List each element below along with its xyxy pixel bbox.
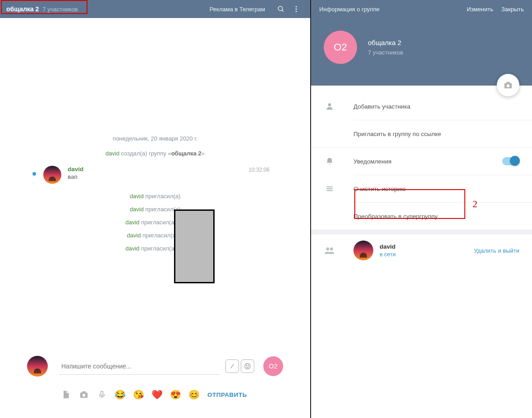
message-input[interactable]: [60, 358, 220, 375]
notifications-row[interactable]: Уведомления: [311, 148, 532, 175]
svg-point-0: [278, 6, 283, 11]
bell-icon: [324, 157, 335, 166]
svg-point-4: [296, 11, 297, 12]
svg-line-5: [231, 364, 234, 368]
svg-point-2: [296, 6, 297, 7]
info-pane: Информация о группе Изменить Закрыть О2 …: [311, 0, 532, 418]
edit-button[interactable]: Изменить: [467, 6, 493, 13]
svg-rect-11: [82, 391, 85, 393]
group-name: общалка 2: [368, 39, 403, 46]
svg-point-14: [507, 84, 509, 87]
svg-point-16: [328, 103, 331, 106]
search-icon[interactable]: [273, 1, 289, 17]
more-icon[interactable]: [289, 1, 304, 17]
svg-line-1: [282, 10, 284, 12]
emoji-heart-icon[interactable]: ❤️: [151, 389, 163, 400]
redacted-overlay: [174, 209, 215, 283]
composer-avatar[interactable]: [27, 356, 48, 377]
format-icon[interactable]: [225, 359, 239, 373]
chat-members-count: 7 участников: [42, 6, 78, 13]
annotation-number-2: 2: [472, 198, 477, 210]
member-status: в сети: [380, 251, 396, 258]
service-msg-invite: david пригласил(а): [0, 206, 310, 213]
service-msg-created: david создал(а) группу «общалка 2»: [0, 150, 310, 157]
svg-point-10: [83, 394, 85, 396]
ad-link[interactable]: Реклама в Телеграм: [210, 6, 265, 13]
person-icon: [324, 102, 335, 111]
svg-point-20: [326, 247, 329, 250]
add-member-row[interactable]: Добавить участника: [311, 93, 532, 120]
service-msg-invite: david пригласил(а): [0, 193, 310, 200]
notifications-toggle[interactable]: [502, 157, 519, 165]
svg-rect-15: [506, 82, 509, 84]
camera-icon[interactable]: [78, 389, 89, 400]
invite-link-row[interactable]: Пригласить в группу по ссылке: [311, 120, 532, 147]
chat-body: понедельник, 20 января 2020 г. david соз…: [0, 18, 310, 347]
info-actions-list: Добавить участника Пригласить в группу п…: [311, 86, 532, 267]
clear-history-row[interactable]: Очистить историю: [311, 175, 532, 202]
leave-group-button[interactable]: Удалить и выйти: [474, 247, 519, 254]
emoji-picker-icon[interactable]: [241, 359, 254, 373]
svg-point-7: [246, 365, 247, 366]
user-avatar[interactable]: [43, 166, 61, 184]
emoji-hearteyes-icon[interactable]: 😍: [170, 389, 181, 400]
chat-pane: общалка 2 7 участников Реклама в Телегра…: [0, 0, 311, 418]
group-avatar[interactable]: О2: [324, 31, 357, 64]
svg-point-6: [245, 363, 250, 369]
svg-point-3: [296, 9, 297, 10]
set-photo-button[interactable]: [497, 74, 519, 96]
emoji-kiss-icon[interactable]: 😘: [133, 389, 144, 400]
convert-supergroup-row[interactable]: Преобразовать в супергруппу: [311, 203, 532, 230]
send-button[interactable]: ОТПРАВИТЬ: [207, 391, 247, 398]
group-avatar-badge[interactable]: О2: [263, 356, 283, 376]
date-separator: понедельник, 20 января 2020 г.: [0, 135, 310, 142]
people-icon: [324, 246, 335, 255]
group-hero: О2 общалка 2 7 участников: [311, 18, 532, 86]
service-msg-invite: david пригласил(а) Vk: [0, 245, 310, 252]
info-header: Информация о группе Изменить Закрыть: [311, 0, 532, 18]
svg-point-21: [330, 247, 333, 250]
unread-dot-icon: [32, 172, 36, 176]
message-row[interactable]: david вап 10:32:06: [0, 163, 310, 186]
message-time: 10:32:06: [248, 167, 270, 173]
message-text: вап: [68, 173, 283, 180]
list-icon: [324, 184, 335, 193]
group-members: 7 участников: [368, 49, 403, 56]
svg-point-8: [248, 365, 248, 366]
info-title: Информация о группе: [319, 6, 380, 13]
close-button[interactable]: Закрыть: [501, 6, 524, 13]
service-msg-invite: david пригласил(а) м: [0, 232, 310, 239]
service-msg-invite: david пригласил(а) Vk: [0, 219, 310, 226]
member-avatar[interactable]: [353, 241, 373, 260]
chat-header[interactable]: общалка 2 7 участников Реклама в Телегра…: [0, 0, 310, 18]
svg-rect-12: [101, 391, 103, 395]
chat-title: общалка 2: [6, 5, 39, 13]
attach-file-icon[interactable]: [60, 389, 71, 400]
emoji-laugh-icon[interactable]: 😂: [115, 389, 126, 400]
emoji-blush-icon[interactable]: 😊: [188, 389, 200, 400]
member-row[interactable]: david в сети Удалить и выйти: [311, 234, 532, 267]
member-name: david: [380, 243, 396, 250]
composer-area: О2 😂 😘 ❤️ 😍 😊 ОТПРАВИТЬ: [0, 347, 310, 418]
microphone-icon[interactable]: [96, 389, 107, 400]
